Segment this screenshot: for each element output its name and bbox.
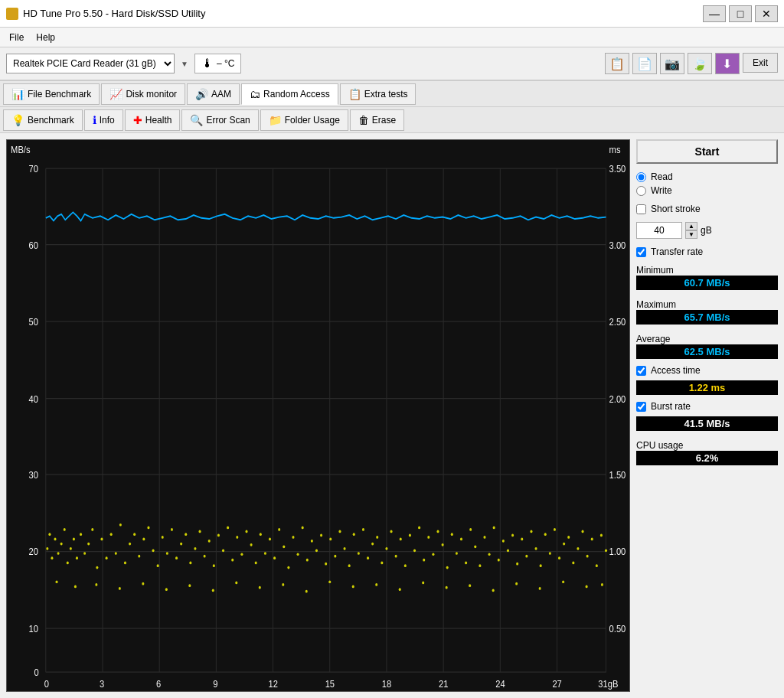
burst-rate-label[interactable]: Burst rate: [636, 401, 778, 412]
average-label: Average: [636, 334, 778, 344]
svg-point-109: [311, 540, 313, 543]
svg-point-54: [64, 528, 66, 531]
stroke-size-input[interactable]: [636, 222, 682, 239]
benchmark-icon: 💡: [11, 114, 24, 126]
svg-text:30: 30: [28, 469, 38, 481]
svg-point-49: [48, 533, 51, 536]
svg-point-137: [442, 543, 444, 546]
svg-point-73: [142, 538, 145, 541]
svg-point-151: [507, 549, 509, 552]
leaf-icon-btn[interactable]: 🍃: [688, 53, 712, 74]
copy-icon-btn[interactable]: 📋: [605, 53, 629, 74]
access-time-checkbox[interactable]: [636, 366, 646, 376]
tab-aam[interactable]: 🔊 AAM: [187, 83, 240, 105]
tab-extra-tests[interactable]: 📋 Extra tests: [340, 83, 416, 105]
svg-point-71: [133, 533, 136, 536]
svg-point-132: [418, 527, 420, 530]
svg-point-197: [601, 583, 603, 586]
maximum-value: 65.7 MB/s: [636, 310, 778, 325]
svg-point-92: [231, 559, 234, 562]
svg-text:31gB: 31gB: [598, 678, 618, 690]
svg-point-166: [577, 547, 579, 550]
svg-point-180: [212, 589, 214, 592]
svg-point-100: [269, 538, 271, 541]
svg-point-121: [367, 556, 369, 559]
svg-text:1.50: 1.50: [609, 469, 626, 481]
tab-file-benchmark[interactable]: 📊 File Benchmark: [3, 83, 100, 105]
svg-point-171: [600, 534, 603, 537]
write-label: Write: [651, 185, 672, 196]
cpu-usage-value: 6.2%: [636, 451, 778, 465]
tab-random-access[interactable]: 🗂 Random Access: [241, 83, 338, 105]
report-icon-btn[interactable]: 📄: [632, 53, 657, 74]
svg-point-147: [488, 553, 491, 556]
svg-point-170: [596, 564, 598, 567]
menu-bar: File Help: [0, 28, 784, 47]
svg-point-91: [227, 527, 229, 530]
minimize-button[interactable]: —: [703, 5, 726, 22]
svg-point-112: [325, 563, 327, 566]
svg-point-119: [358, 552, 360, 555]
maximize-button[interactable]: □: [729, 5, 752, 22]
close-button[interactable]: ✕: [755, 5, 778, 22]
start-button[interactable]: Start: [636, 139, 778, 164]
svg-point-169: [591, 538, 593, 541]
tab-info-label: Info: [100, 115, 115, 126]
screenshot-icon-btn[interactable]: 📷: [660, 53, 684, 74]
svg-point-96: [250, 543, 253, 546]
svg-point-130: [409, 534, 411, 537]
svg-point-144: [474, 545, 476, 548]
write-radio[interactable]: [636, 186, 646, 196]
short-stroke-checkbox[interactable]: [636, 204, 646, 214]
tab-erase-label: Erase: [372, 115, 396, 126]
tab-erase[interactable]: 🗑 Erase: [350, 109, 404, 131]
svg-point-134: [427, 536, 430, 539]
svg-point-113: [329, 538, 332, 541]
svg-rect-0: [7, 140, 629, 691]
svg-point-138: [446, 566, 449, 569]
svg-point-78: [166, 552, 168, 555]
short-stroke-label[interactable]: Short stroke: [636, 204, 778, 214]
svg-point-159: [544, 533, 547, 536]
tab-info[interactable]: ℹ Info: [84, 109, 123, 131]
svg-point-133: [423, 559, 425, 562]
svg-point-52: [57, 552, 60, 555]
svg-point-59: [80, 533, 82, 536]
download-icon-btn[interactable]: ⬇: [715, 53, 740, 74]
transfer-rate-label[interactable]: Transfer rate: [636, 246, 778, 257]
menu-file[interactable]: File: [3, 31, 30, 44]
svg-point-181: [235, 582, 237, 585]
burst-rate-value: 41.5 MB/s: [636, 416, 778, 431]
write-radio-label[interactable]: Write: [636, 185, 778, 196]
svg-point-65: [106, 556, 108, 559]
tab-health[interactable]: ✚ Health: [125, 109, 181, 131]
read-radio-label[interactable]: Read: [636, 171, 778, 182]
transfer-rate-checkbox[interactable]: [636, 247, 646, 257]
drive-selector[interactable]: Realtek PCIE Card Reader (31 gB): [6, 54, 175, 73]
svg-point-115: [338, 530, 341, 533]
svg-point-51: [54, 538, 56, 541]
svg-point-182: [259, 586, 261, 589]
stroke-down-btn[interactable]: ▼: [685, 230, 697, 239]
svg-point-146: [483, 536, 485, 539]
svg-point-196: [586, 585, 588, 589]
burst-rate-checkbox[interactable]: [636, 402, 646, 412]
read-radio[interactable]: [636, 172, 646, 182]
exit-button[interactable]: Exit: [743, 53, 778, 73]
stroke-up-btn[interactable]: ▲: [685, 222, 697, 230]
svg-point-124: [381, 562, 383, 565]
svg-point-106: [297, 553, 299, 556]
short-stroke-text: Short stroke: [651, 204, 701, 214]
tab-aam-label: AAM: [211, 89, 231, 99]
tab-folder-usage[interactable]: 📁 Folder Usage: [260, 109, 348, 131]
window-controls: — □ ✕: [703, 5, 778, 22]
tab-error-scan[interactable]: 🔍 Error Scan: [181, 109, 258, 131]
tab-bar-row2: 💡 Benchmark ℹ Info ✚ Health 🔍 Error Scan…: [0, 107, 784, 133]
tab-benchmark[interactable]: 💡 Benchmark: [3, 109, 83, 131]
access-time-label[interactable]: Access time: [636, 365, 778, 376]
svg-point-95: [245, 530, 247, 533]
tab-disk-monitor[interactable]: 📈 Disk monitor: [101, 83, 185, 105]
svg-text:50: 50: [28, 316, 38, 328]
svg-point-149: [498, 559, 500, 562]
menu-help[interactable]: Help: [30, 31, 61, 44]
